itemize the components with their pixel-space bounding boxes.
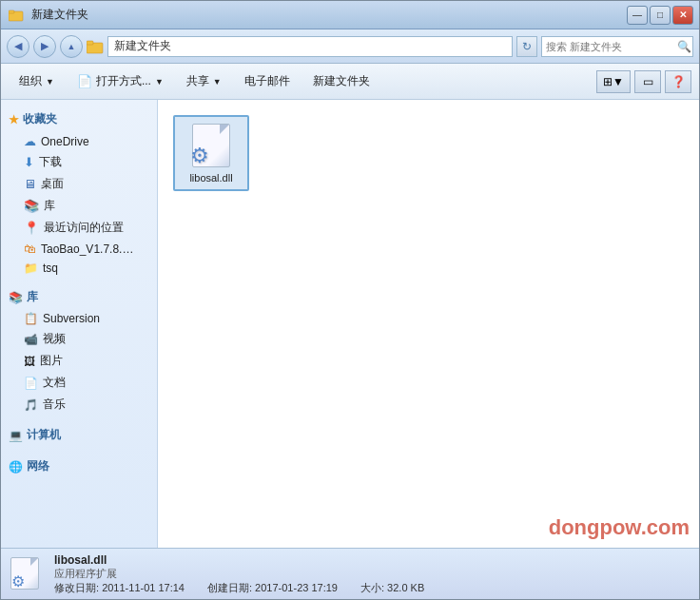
network-icon: 🌐 — [9, 460, 23, 474]
sidebar-item-desktop[interactable]: 🖥 桌面 — [1, 173, 157, 195]
status-created: 创建日期: 2017-01-23 17:19 — [207, 581, 338, 595]
favorites-section: ★ 收藏夹 ☁ OneDrive ⬇ 下载 🖥 桌面 📚 库 — [1, 107, 157, 278]
svg-rect-1 — [9, 10, 14, 13]
maximize-button[interactable]: □ — [650, 6, 671, 25]
status-gear-icon: ⚙ — [11, 572, 25, 590]
computer-header[interactable]: 💻 计算机 — [1, 423, 157, 447]
preview-button[interactable]: ❓ — [665, 70, 691, 93]
sidebar-item-subversion[interactable]: 📋 Subversion — [1, 309, 157, 328]
status-filetype: 应用程序扩展 — [54, 567, 690, 581]
search-icon[interactable]: 🔍 — [677, 40, 691, 53]
desktop-icon: 🖥 — [24, 177, 36, 191]
computer-icon: 💻 — [9, 429, 23, 442]
svg-rect-3 — [87, 41, 93, 45]
sidebar-item-onedrive[interactable]: ☁ OneDrive — [1, 131, 157, 151]
file-area[interactable]: ⚙ libosal.dll dongpow.com — [158, 100, 699, 548]
bag-icon: 🛍 — [24, 242, 36, 256]
library-icon: 📚 — [9, 291, 23, 304]
organize-button[interactable]: 组织 ▼ — [9, 68, 65, 96]
file-label: libosal.dll — [189, 172, 232, 184]
download-icon: ⬇ — [24, 155, 34, 169]
address-input[interactable] — [107, 36, 513, 57]
status-meta: 修改日期: 2011-11-01 17:14 创建日期: 2017-01-23 … — [54, 581, 690, 595]
minimize-button[interactable]: — — [627, 6, 648, 25]
titlebar-title: 新建文件夹 — [31, 7, 88, 23]
sidebar-item-recent[interactable]: 📍 最近访问的位置 — [1, 217, 157, 239]
main-area: ★ 收藏夹 ☁ OneDrive ⬇ 下载 🖥 桌面 📚 库 — [1, 100, 699, 548]
favorites-label: 收藏夹 — [23, 111, 57, 127]
images-icon: 🖼 — [24, 355, 35, 368]
back-button[interactable]: ◀ — [7, 35, 29, 58]
docs-icon: 📄 — [24, 377, 38, 390]
status-filename: libosal.dll — [54, 553, 690, 567]
status-size: 大小: 32.0 KB — [360, 581, 424, 595]
folder-address-icon — [87, 39, 104, 54]
up-button[interactable]: ▲ — [60, 35, 83, 58]
sidebar-item-music[interactable]: 🎵 音乐 — [1, 394, 157, 416]
gear-icon: ⚙ — [190, 145, 209, 166]
network-section: 🌐 网络 — [1, 455, 157, 478]
file-item-libosal[interactable]: ⚙ libosal.dll — [173, 115, 249, 191]
library-section: 📚 库 📋 Subversion 📹 视频 🖼 图片 📄 文档 — [1, 285, 157, 416]
network-header[interactable]: 🌐 网络 — [1, 455, 157, 478]
sidebar: ★ 收藏夹 ☁ OneDrive ⬇ 下载 🖥 桌面 📚 库 — [1, 100, 158, 548]
library-label: 库 — [27, 289, 38, 305]
sidebar-item-tsq[interactable]: 📁 tsq — [1, 259, 157, 278]
sidebar-item-images[interactable]: 🖼 图片 — [1, 350, 157, 372]
dll-icon: ⚙ — [188, 123, 234, 168]
sidebar-item-download[interactable]: ⬇ 下载 — [1, 151, 157, 173]
open-with-button[interactable]: 📄 打开方式... ▼ — [67, 68, 174, 96]
details-pane-button[interactable]: ▭ — [634, 70, 661, 93]
status-file-icon: ⚙ — [10, 557, 45, 591]
titlebar: 新建文件夹 — □ ✕ — [1, 1, 699, 29]
statusbar: ⚙ libosal.dll 应用程序扩展 修改日期: 2011-11-01 17… — [1, 548, 699, 599]
new-folder-button[interactable]: 新建文件夹 — [302, 68, 380, 96]
library-header[interactable]: 📚 库 — [1, 285, 157, 309]
toolbar: 组织 ▼ 📄 打开方式... ▼ 共享 ▼ 电子邮件 新建文件夹 ⊞▼ ▭ ❓ — [1, 64, 699, 100]
sidebar-item-docs[interactable]: 📄 文档 — [1, 372, 157, 394]
status-info: libosal.dll 应用程序扩展 修改日期: 2011-11-01 17:1… — [54, 553, 690, 595]
addressbar: ◀ ▶ ▲ ↻ 🔍 — [1, 29, 699, 64]
watermark: dongpow.com — [549, 515, 690, 540]
star-icon: ★ — [9, 113, 19, 126]
view-toggle-button[interactable]: ⊞▼ — [596, 70, 631, 93]
sidebar-item-taobao[interactable]: 🛍 TaoBao_V1.7.8.10... — [1, 239, 157, 259]
video-icon: 📹 — [24, 333, 38, 346]
folder-icon — [9, 9, 24, 22]
sidebar-item-library-fav[interactable]: 📚 库 — [1, 195, 157, 217]
library-fav-icon: 📚 — [24, 199, 39, 213]
music-icon: 🎵 — [24, 398, 38, 412]
email-button[interactable]: 电子邮件 — [234, 68, 301, 96]
titlebar-left: 新建文件夹 — [9, 7, 88, 23]
sidebar-item-video[interactable]: 📹 视频 — [1, 328, 157, 350]
subversion-icon: 📋 — [24, 312, 38, 325]
refresh-button[interactable]: ↻ — [516, 36, 537, 57]
cloud-icon: ☁ — [24, 134, 36, 148]
location-icon: 📍 — [24, 221, 39, 235]
close-button[interactable]: ✕ — [672, 6, 693, 25]
search-box: 🔍 — [541, 36, 693, 57]
titlebar-controls: — □ ✕ — [627, 6, 693, 25]
window: 新建文件夹 — □ ✕ ◀ ▶ ▲ ↻ 🔍 组织 ▼ 📄 打开方式... — [0, 0, 700, 600]
favorites-header[interactable]: ★ 收藏夹 — [1, 107, 157, 131]
search-input[interactable] — [546, 41, 677, 52]
status-modified: 修改日期: 2011-11-01 17:14 — [54, 581, 185, 595]
computer-section: 💻 计算机 — [1, 423, 157, 447]
computer-label: 计算机 — [27, 427, 61, 443]
folder-tsq-icon: 📁 — [24, 261, 38, 275]
share-button[interactable]: 共享 ▼ — [176, 68, 232, 96]
network-label: 网络 — [27, 458, 49, 474]
forward-button[interactable]: ▶ — [33, 35, 56, 58]
